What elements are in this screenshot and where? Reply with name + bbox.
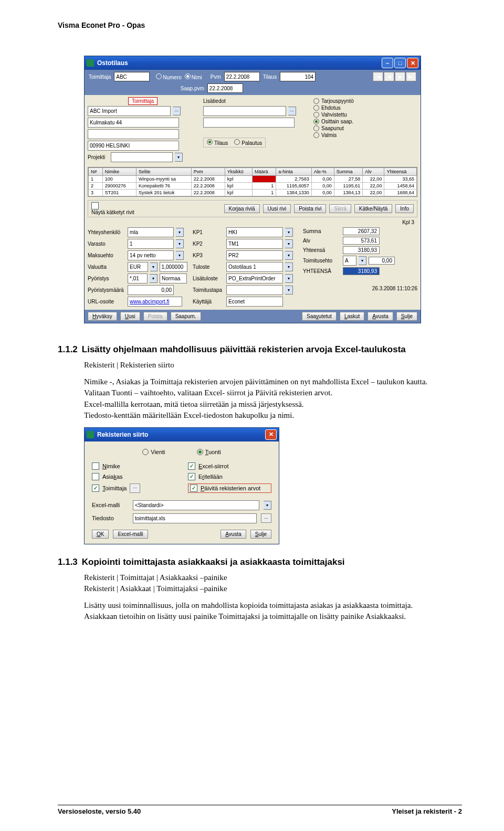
tuonti-radio[interactable] <box>197 449 203 455</box>
tuloste-field[interactable]: Ostotilaus 1 <box>226 262 283 272</box>
katke-nayta-button[interactable]: Kätke/Näytä <box>354 204 392 213</box>
kp2-field[interactable]: TM1 <box>226 239 283 249</box>
order-lines-grid[interactable]: N# Nimike Selite Pvm Yksikkö Määrä a-hin… <box>88 167 417 197</box>
tab-toimittaja[interactable]: Toimittaja <box>128 97 158 105</box>
paivita-checkbox[interactable]: ✓ <box>190 485 197 492</box>
app-icon <box>87 431 94 438</box>
dropdown-icon[interactable]: ▾ <box>175 153 183 162</box>
asiakas-checkbox[interactable] <box>92 473 99 480</box>
alv-total: 573,61 <box>343 237 380 245</box>
dropdown-icon[interactable]: ▾ <box>285 228 293 237</box>
status-tarjouspyynto[interactable] <box>313 98 319 104</box>
excel-malli-field[interactable]: <Standardi> <box>133 500 259 510</box>
minimize-icon[interactable]: – <box>382 58 393 68</box>
dropdown-icon[interactable]: ▾ <box>359 256 366 265</box>
close-icon[interactable]: ✕ <box>265 429 277 440</box>
avusta-button[interactable]: Avusta <box>220 530 246 539</box>
dropdown-icon[interactable]: ▾ <box>285 251 293 260</box>
saapum-button[interactable]: Saapum. <box>171 312 201 321</box>
saavutetut-button[interactable]: Saavutetut <box>302 312 337 321</box>
excel-malli-button[interactable]: Excel-malli <box>113 530 148 539</box>
lisatiedot-field[interactable] <box>203 106 286 116</box>
nayta-katketyt-checkbox[interactable] <box>91 202 99 209</box>
projekti-field[interactable] <box>111 152 173 162</box>
dropdown-icon[interactable]: ▾ <box>285 262 293 271</box>
nimi-radio[interactable] <box>185 73 191 79</box>
status-osittain[interactable] <box>313 119 319 124</box>
dropdown-icon[interactable]: ▾ <box>285 286 293 294</box>
lisatiedot-field-2[interactable] <box>203 118 295 128</box>
sulje-button[interactable]: Sulje <box>250 530 271 539</box>
sulje-button[interactable]: Sulje <box>396 312 417 321</box>
table-row[interactable]: 3ST201Systek 201 tietok22.2.2008kpl11384… <box>89 190 417 196</box>
info-button[interactable]: Info <box>395 204 414 213</box>
yhteyshenkilo-field[interactable]: mla <box>128 227 174 237</box>
valuutta-field[interactable]: EUR <box>128 262 148 272</box>
pyoristys-field[interactable]: *,01 <box>128 274 148 283</box>
valuutta-rate-field[interactable]: 1,000000 <box>160 262 187 272</box>
hyvaksy-button[interactable]: Hyväksy <box>88 312 117 321</box>
tiedosto-field[interactable]: toimittajat.xls <box>133 513 257 523</box>
vienti-radio[interactable] <box>142 449 149 455</box>
status-saapunut[interactable] <box>313 125 319 131</box>
supplier-name-field[interactable]: ABC Import <box>88 106 171 116</box>
ok-button[interactable]: OK <box>92 530 109 539</box>
poista-rivi-button[interactable]: Poista rivi <box>294 204 326 213</box>
status-valmis[interactable] <box>313 132 319 138</box>
url-field[interactable]: www.abcimport.fi <box>128 297 182 307</box>
nav-prev-button[interactable]: ◀ <box>384 72 394 81</box>
dropdown-icon[interactable]: ▾ <box>150 274 158 283</box>
palautus-radio[interactable] <box>234 139 240 145</box>
avusta-button[interactable]: Avusta <box>368 312 393 321</box>
korjaa-rivia-button[interactable]: Korjaa riviä <box>224 204 260 213</box>
kp3-field[interactable]: PR2 <box>226 250 283 260</box>
dropdown-icon[interactable]: ▾ <box>176 228 184 237</box>
lisatuloste-field[interactable]: PO_ExtraPrintOrder <box>226 274 283 283</box>
eritellaan-checkbox[interactable]: ✓ <box>188 473 195 480</box>
table-row[interactable]: 1100Winpos-myynti sa22.2.2008kpl2,75830,… <box>89 176 417 183</box>
dropdown-icon[interactable]: ▾ <box>150 262 158 271</box>
tilaus-field[interactable]: 104 <box>280 72 316 81</box>
nav-first-button[interactable]: |◀ <box>373 72 383 81</box>
tilaus-radio[interactable] <box>207 139 213 145</box>
kp1-field[interactable]: HKI <box>226 227 283 237</box>
excelsiirrot-checkbox[interactable]: ✓ <box>188 462 195 470</box>
table-row[interactable]: 229000276Konepaketti 7622.2.2008kpl11195… <box>89 183 417 190</box>
nav-next-button[interactable]: ▶ <box>395 72 405 81</box>
supplier-addr-field[interactable]: Kulmakatu 44 <box>88 118 179 128</box>
saap-field[interactable]: 22.2.2008 <box>207 83 243 93</box>
tab-lisatiedot[interactable]: Lisätiedot <box>203 98 226 104</box>
lookup-icon[interactable]: ⋯ <box>288 107 296 115</box>
lookup-icon[interactable]: ⋯ <box>173 107 181 115</box>
supplier-blank-field[interactable] <box>88 129 179 139</box>
dropdown-icon[interactable]: ▾ <box>285 274 293 283</box>
toimittaja-checkbox[interactable]: ✓ <box>92 485 99 492</box>
toimitustapa-field[interactable] <box>226 285 283 295</box>
uusi-button[interactable]: Uusi <box>120 312 140 321</box>
varasto-field[interactable]: 1 <box>128 239 174 249</box>
uusi-rivi-button[interactable]: Uusi rivi <box>263 204 291 213</box>
dropdown-icon[interactable]: ▾ <box>176 239 184 248</box>
status-vahvistettu[interactable] <box>313 112 319 118</box>
dropdown-icon[interactable]: ▾ <box>264 501 271 510</box>
toimitusehto-field[interactable]: A <box>343 256 356 266</box>
dropdown-icon[interactable]: ▾ <box>176 251 184 260</box>
pyoristysmaara-field[interactable]: 0,00 <box>128 285 174 295</box>
pyoristys-mode-field[interactable]: Normaa <box>160 274 187 283</box>
dropdown-icon[interactable]: ▾ <box>285 239 293 248</box>
maksuehto-field[interactable]: 14 pv netto <box>128 250 174 260</box>
tilaus-label: Tilaus <box>263 74 277 80</box>
toimittaja-field[interactable]: ABC <box>114 72 150 81</box>
laskut-button[interactable]: Laskut <box>340 312 364 321</box>
nimike-checkbox[interactable] <box>92 462 99 470</box>
pvm-field[interactable]: 22.2.2008 <box>224 72 260 81</box>
browse-icon[interactable]: ⋯ <box>261 513 271 523</box>
numero-radio[interactable] <box>156 73 162 79</box>
maximize-icon[interactable]: □ <box>394 58 406 68</box>
close-icon[interactable]: ✕ <box>407 58 418 68</box>
browse-icon[interactable]: ⋯ <box>130 483 140 493</box>
supplier-city-field[interactable]: 00990 HELSINKI <box>88 141 179 151</box>
status-radiolist: Tarjouspyyntö Ehdotus Vahvistettu Ositta… <box>313 98 354 164</box>
status-ehdotus[interactable] <box>313 105 319 111</box>
nav-last-button[interactable]: ▶| <box>406 72 416 81</box>
